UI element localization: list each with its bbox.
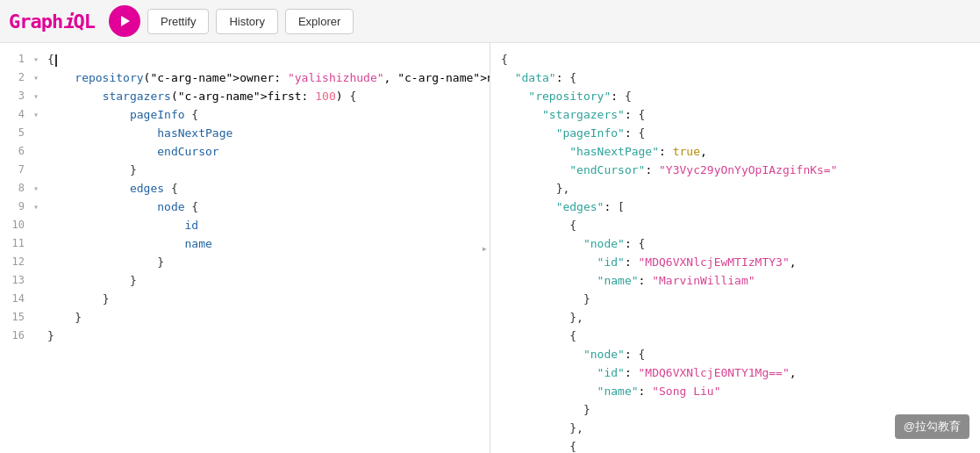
line-content: node {: [44, 198, 490, 216]
editor-line: 12 }: [0, 253, 490, 271]
collapse-arrow[interactable]: [33, 234, 44, 253]
line-number: 3: [0, 87, 33, 105]
collapse-arrow[interactable]: [33, 142, 44, 161]
result-line: },: [490, 308, 980, 327]
collapse-arrow[interactable]: ▾: [33, 87, 44, 105]
collapse-arrow[interactable]: ▾: [33, 68, 44, 87]
collapse-arrow[interactable]: ▾: [33, 198, 44, 216]
editor-line: 11 name: [0, 234, 490, 253]
line-number: 12: [0, 253, 33, 271]
collapse-arrow[interactable]: [33, 327, 44, 345]
line-content: edges {: [44, 179, 490, 198]
result-line: "node": {: [490, 234, 980, 253]
editor-line: 16 }: [0, 327, 490, 345]
result-line: "name": "Song Liu": [490, 382, 980, 400]
main-area: 1▾{2▾ repository("c-arg-name">owner: "ya…: [0, 43, 980, 453]
editor-line: 6 endCursor: [0, 142, 490, 161]
line-number: 4: [0, 105, 33, 124]
line-content: }: [44, 327, 490, 345]
result-line-content: "hasNextPage": true,: [490, 142, 980, 161]
collapse-arrow[interactable]: [33, 124, 44, 142]
line-number: 16: [0, 327, 33, 345]
prettify-button[interactable]: Prettify: [147, 9, 209, 34]
line-number: 9: [0, 198, 33, 216]
collapse-arrow[interactable]: [33, 216, 44, 234]
line-number: 15: [0, 308, 33, 327]
run-button[interactable]: [109, 5, 140, 37]
result-line-content: },: [490, 308, 980, 327]
result-line-content: "id": "MDQ6VXNlcjEwMTIzMTY3",: [490, 253, 980, 271]
result-line-content: "stargazers": {: [490, 105, 980, 124]
toolbar: GraphiQL Prettify History Explorer: [0, 0, 980, 43]
result-line-content: }: [490, 290, 980, 308]
result-line: }: [490, 290, 980, 308]
result-line-content: "id": "MDQ6VXNlcjE0NTY1Mg==",: [490, 363, 980, 382]
line-content: }: [44, 290, 490, 308]
result-line: "repository": {: [490, 87, 980, 105]
result-line-content: },: [490, 179, 980, 198]
collapse-arrow[interactable]: [33, 290, 44, 308]
result-line-content: "name": "MarvinWilliam": [490, 271, 980, 290]
line-number: 8: [0, 179, 33, 198]
collapse-arrow[interactable]: [33, 308, 44, 327]
play-icon: [118, 15, 131, 27]
line-content: name: [44, 234, 490, 253]
result-line: "node": {: [490, 345, 980, 363]
collapse-arrow[interactable]: ▾: [33, 179, 44, 198]
line-content: stargazers("c-arg-name">first: 100) {: [44, 87, 490, 105]
result-line: "data": {: [490, 68, 980, 87]
line-content: }: [44, 308, 490, 327]
result-line: {: [490, 437, 980, 453]
explorer-button[interactable]: Explorer: [285, 9, 354, 34]
editor-line: 3▾ stargazers("c-arg-name">first: 100) {: [0, 87, 490, 105]
line-content: pageInfo {: [44, 105, 490, 124]
editor-line: 4▾ pageInfo {: [0, 105, 490, 124]
line-number: 10: [0, 216, 33, 234]
result-line-content: },: [490, 419, 980, 437]
line-content: repository("c-arg-name">owner: "yalishiz…: [44, 68, 490, 87]
editor-line: 1▾{: [0, 50, 490, 68]
result-line-content: "endCursor": "Y3Vyc29yOnYyOpIAzgifnKs=": [490, 161, 980, 179]
line-number: 7: [0, 161, 33, 179]
line-number: 2: [0, 68, 33, 87]
result-line: "pageInfo": {: [490, 124, 980, 142]
result-line: {: [490, 327, 980, 345]
collapse-arrow[interactable]: ▾: [33, 105, 44, 124]
editor-line: 8▾ edges {: [0, 179, 490, 198]
result-line: },: [490, 179, 980, 198]
result-line-content: "node": {: [490, 345, 980, 363]
svg-marker-0: [121, 16, 130, 26]
line-number: 14: [0, 290, 33, 308]
line-content: }: [44, 271, 490, 290]
result-line: "hasNextPage": true,: [490, 142, 980, 161]
editor-line: 5 hasNextPage: [0, 124, 490, 142]
editor-line: 2▾ repository("c-arg-name">owner: "yalis…: [0, 68, 490, 87]
line-content: endCursor: [44, 142, 490, 161]
editor-line: 13 }: [0, 271, 490, 290]
result-line-content: "edges": [: [490, 198, 980, 216]
history-button[interactable]: History: [216, 9, 277, 34]
collapse-arrow[interactable]: [33, 271, 44, 290]
result-line-content: "name": "Song Liu": [490, 382, 980, 400]
line-content: {: [44, 50, 490, 68]
collapse-arrow[interactable]: ▾: [33, 50, 44, 68]
result-line: "id": "MDQ6VXNlcjEwMTIzMTY3",: [490, 253, 980, 271]
editor-line: 15 }: [0, 308, 490, 327]
query-editor[interactable]: 1▾{2▾ repository("c-arg-name">owner: "ya…: [0, 43, 490, 352]
result-line: "id": "MDQ6VXNlcjE0NTY1Mg==",: [490, 363, 980, 382]
result-display: { "data": { "repository": { "stargazers"…: [490, 43, 980, 453]
line-number: 13: [0, 271, 33, 290]
line-number: 5: [0, 124, 33, 142]
collapse-editor-arrow[interactable]: ▸: [482, 242, 488, 255]
result-line-content: {: [490, 327, 980, 345]
editor-line: 7 }: [0, 161, 490, 179]
result-line-content: {: [490, 216, 980, 234]
result-line-content: "repository": {: [490, 87, 980, 105]
result-line-content: "data": {: [490, 68, 980, 87]
collapse-arrow[interactable]: [33, 253, 44, 271]
result-line: {: [490, 216, 980, 234]
editor-pane[interactable]: 1▾{2▾ repository("c-arg-name">owner: "ya…: [0, 43, 490, 453]
editor-line: 10 id: [0, 216, 490, 234]
collapse-arrow[interactable]: [33, 161, 44, 179]
editor-line: 9▾ node {: [0, 198, 490, 216]
